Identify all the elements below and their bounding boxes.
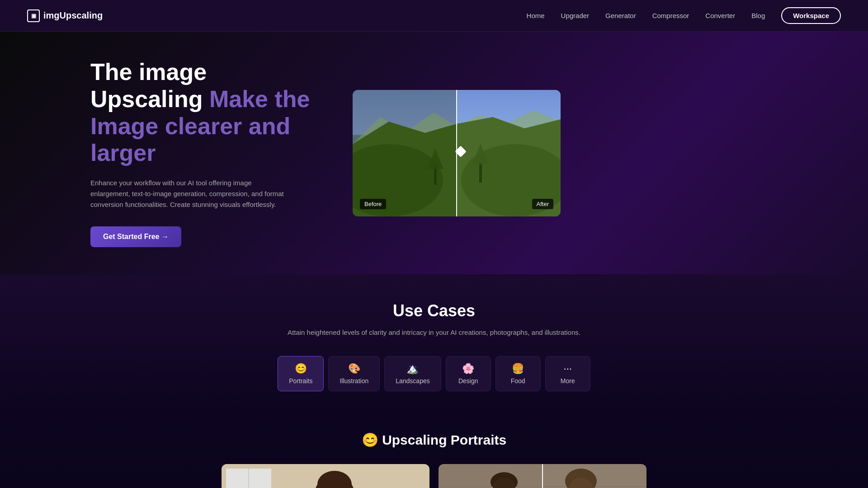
before-after-image: Before After	[353, 90, 561, 216]
illustration-emoji: 🎨	[348, 363, 360, 375]
portraits-label: Portraits	[289, 377, 312, 385]
use-cases-tabs: 😊 Portraits 🎨 Illustration 🏔️ Landscapes…	[18, 356, 850, 391]
hero-content: The image Upscaling Make the Image clear…	[90, 59, 316, 247]
hero-section: The image Upscaling Make the Image clear…	[0, 32, 868, 274]
tab-food[interactable]: 🍔 Food	[495, 356, 541, 391]
portrait-svg-1	[222, 464, 429, 488]
portrait-card-2	[439, 464, 646, 488]
tab-portraits[interactable]: 😊 Portraits	[278, 356, 324, 391]
landscapes-emoji: 🏔️	[406, 363, 419, 375]
portraits-emoji: 😊	[295, 363, 307, 375]
portrait-svg-2	[439, 464, 646, 488]
portraits-section: 😊 Upscaling Portraits	[0, 409, 868, 488]
navbar: ▣ imgUpscaling Home Upgrader Generator C…	[0, 0, 868, 32]
svg-rect-8	[434, 167, 437, 185]
tab-illustration[interactable]: 🎨 Illustration	[328, 356, 380, 391]
workspace-button[interactable]: Workspace	[781, 7, 841, 24]
svg-rect-30	[439, 464, 542, 488]
more-emoji: ···	[564, 363, 572, 375]
nav-link-blog[interactable]: Blog	[751, 12, 765, 19]
after-label: After	[532, 199, 553, 209]
before-label: Before	[360, 199, 386, 209]
logo[interactable]: ▣ imgUpscaling	[27, 9, 103, 22]
logo-text: imgUpscaling	[43, 10, 103, 21]
tab-more[interactable]: ··· More	[545, 356, 590, 391]
image-wrapper: Before After	[353, 90, 561, 216]
use-cases-title: Use Cases	[18, 301, 850, 320]
illustration-label: Illustration	[340, 377, 368, 385]
logo-icon: ▣	[27, 9, 40, 22]
nav-links: Home Upgrader Generator Compressor Conve…	[527, 7, 841, 24]
design-label: Design	[458, 377, 478, 385]
nav-link-upgrader[interactable]: Upgrader	[561, 12, 590, 19]
tab-design[interactable]: 🌸 Design	[446, 356, 491, 391]
design-emoji: 🌸	[462, 363, 474, 375]
nav-link-compressor[interactable]: Compressor	[652, 12, 689, 19]
nav-link-converter[interactable]: Converter	[705, 12, 735, 19]
nav-link-generator[interactable]: Generator	[605, 12, 636, 19]
tab-landscapes[interactable]: 🏔️ Landscapes	[384, 356, 441, 391]
portraits-title-emoji: 😊	[362, 432, 378, 447]
food-emoji: 🍔	[512, 363, 524, 375]
use-cases-section: Use Cases Attain heightened levels of cl…	[0, 274, 868, 409]
use-cases-subtitle: Attain heightened levels of clarity and …	[18, 328, 850, 338]
hero-subtitle: Enhance your workflow with our AI tool o…	[90, 178, 289, 210]
portraits-title-text: Upscaling Portraits	[382, 432, 506, 447]
hero-title-white: The image Upscaling	[90, 59, 207, 112]
hero-title: The image Upscaling Make the Image clear…	[90, 59, 316, 167]
nav-link-home[interactable]: Home	[527, 12, 545, 19]
portraits-section-title: 😊 Upscaling Portraits	[18, 432, 850, 448]
svg-rect-10	[479, 162, 482, 183]
landscapes-label: Landscapes	[396, 377, 430, 385]
food-label: Food	[511, 377, 525, 385]
portrait-card-1	[222, 464, 429, 488]
portraits-grid	[18, 464, 850, 488]
get-started-button[interactable]: Get Started Free →	[90, 226, 181, 247]
more-label: More	[561, 377, 575, 385]
